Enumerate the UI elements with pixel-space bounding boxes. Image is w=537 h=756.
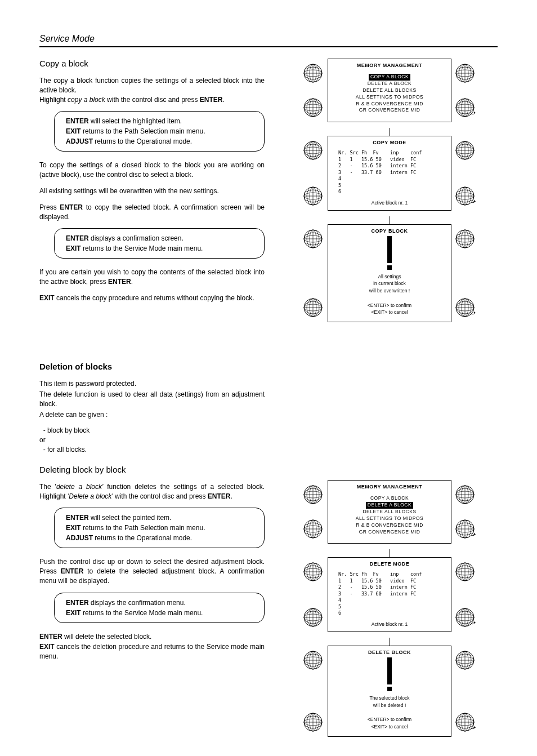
text: ENTER [200,96,223,104]
menu-title: DELETE MODE [328,558,451,569]
text: All existing settings will be overwritte… [39,186,265,196]
menu-title: COPY MODE [328,136,451,148]
globe-icon [303,519,323,539]
text: The ' [39,483,56,491]
text: returns to the Service Mode main menu. [81,244,203,252]
text: EXIT [66,244,81,252]
text: This item is password protected. [39,379,265,389]
text: displays a confirmation screen. [89,234,184,242]
text: copy a block [68,96,105,104]
del-callout-2: ENTER displays the confirmation menu. EX… [54,593,265,623]
globe-icon [455,651,475,670]
connector-line [390,638,390,646]
text: Highlight [39,96,68,104]
copy-intro: The copy a block function copies the set… [39,76,265,104]
menu-item: R & B CONVERGENCE MID [356,101,423,106]
copy-heading: Copy a block [39,59,265,68]
deleting-sub-heading: Deleting block by block [39,465,265,474]
globes-right [455,562,476,626]
text: ENTER [208,492,231,500]
globe-icon [455,562,475,581]
globe-icon [303,98,323,117]
exclamation-icon [328,657,451,691]
text: EXIT [39,294,55,302]
globe-icon [455,485,475,504]
globe-arrow-icon [455,98,475,117]
text: will delete the selected block. [62,633,152,641]
exclamation-icon [328,236,451,270]
text: ADJUST [66,534,93,542]
text: . [223,96,225,104]
text: in current block [373,281,406,286]
menu-item-highlighted: DELETE A BLOCK [366,502,413,509]
globes-right [455,64,476,117]
menu-item: ALL SETTINGS TO MIDPOS [356,515,423,521]
text: <EXIT> to cancel [371,724,408,730]
copy-callout-1: ENTER will select the highlighted item. … [54,111,265,152]
table-row: 3 - 33.7 60 intern FC [338,170,416,175]
block-table: Nr. Src Fh Fv inp conf 1 1 15.6 50 video… [328,148,451,196]
text: If you are certain you wish to copy the … [39,268,265,286]
text: All settings [378,274,401,279]
menu-items: COPY A BLOCK DELETE A BLOCK DELETE ALL B… [328,70,451,122]
text: The delete function is used to clear all… [39,390,265,409]
page-header: Service Mode [39,34,498,47]
menu-items: COPY A BLOCK DELETE A BLOCK DELETE ALL B… [328,492,451,543]
text: <ENTER> to confirm [368,717,411,722]
text: ENTER [66,234,89,242]
globes-left [303,485,324,539]
block-table: Nr. Src Fh Fv inp conf 1 1 15.6 50 video… [328,569,451,617]
globes-right [455,651,476,732]
globe-arrow-icon [455,298,475,317]
globe-arrow-icon [455,608,475,627]
globe-icon [303,298,323,317]
text: ENTER [66,117,89,125]
delete-mode-table: DELETE MODE Nr. Src Fh Fv inp conf 1 1 1… [328,557,451,632]
table-row: 3 - 33.7 60 intern FC [338,591,416,597]
menu-title: MEMORY MANAGEMENT [328,59,451,70]
globes-left [303,141,324,205]
copy-callout-2: ENTER displays a confirmation screen. EX… [54,228,265,259]
table-head: Nr. Src Fh Fv inp conf [338,150,422,155]
text: returns to the Path Selection main menu. [81,524,205,532]
menu-title: COPY BLOCK [328,225,451,236]
text: will select the pointed item. [89,514,172,522]
text: If you are certain you wish to copy the … [39,268,265,287]
table-row: 4 [338,176,341,181]
delete-diagram-cluster: MEMORY MANAGEMENT COPY A BLOCK DELETE A … [281,480,498,742]
globe-icon [303,485,323,504]
connector-line [390,128,390,136]
text: will be deleted ! [373,702,406,708]
globe-arrow-icon [455,519,475,539]
memory-management-menu: MEMORY MANAGEMENT COPY A BLOCK DELETE A … [328,480,451,544]
globes-right [455,229,476,318]
menu-title: DELETE BLOCK [328,646,451,657]
copy-mode-table: COPY MODE Nr. Src Fh Fv inp conf 1 1 15.… [328,136,451,210]
text: or [39,435,265,445]
text: returns to the Path Selection main menu. [81,127,205,135]
globes-left [303,651,324,732]
text: cancels the deletion procedure and retur… [39,643,265,660]
text: EXIT [39,643,55,651]
menu-title: MEMORY MANAGEMENT [328,481,451,492]
globe-icon [303,229,323,248]
table-row: 6 [338,189,341,194]
globe-arrow-icon [455,186,475,206]
copy-diagram-cluster: MEMORY MANAGEMENT COPY A BLOCK DELETE A … [281,59,498,328]
table-row: 4 [338,597,341,603]
text: will select the highlighted item. [89,117,182,125]
text: with the control disc and press [105,96,200,104]
text: - for all blocks. [39,445,265,455]
active-block-line: Active block nr. 1 [328,618,451,632]
text: The selected block [370,695,410,701]
text: The 'delete a block' function deletes th… [39,482,265,501]
text: Push the control disc up or down to sele… [39,557,265,585]
text: displays the confirmation menu. [89,599,186,607]
text: delete a block' [56,483,103,491]
active-block-line: Active block nr. 1 [328,197,451,210]
text: returns to the Operational mode. [93,137,192,145]
globes-right [455,485,476,539]
connector-line [390,216,390,224]
menu-item: GR CONVERGENCE MID [359,529,420,535]
text: ENTER [66,514,89,522]
